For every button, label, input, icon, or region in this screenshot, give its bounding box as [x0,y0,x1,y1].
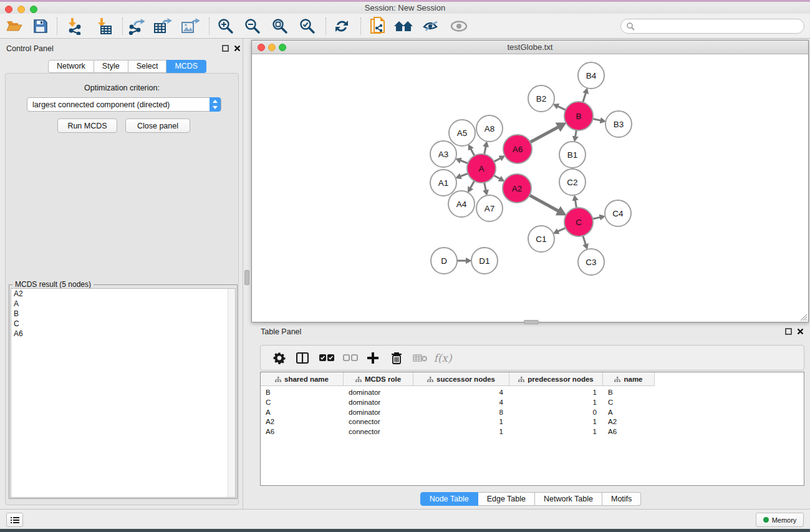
tab-edge-table[interactable]: Edge Table [478,492,535,506]
tab-network-table[interactable]: Network Table [535,492,602,506]
network-window-titlebar[interactable]: testGlobe.txt [252,41,808,54]
node-table[interactable]: shared nameMCDS rolesuccessor nodesprede… [260,372,804,486]
edge-C-C1[interactable] [557,228,566,231]
refresh-icon[interactable] [331,16,352,36]
edge-B-B4[interactable] [583,92,586,102]
edge-A-A2[interactable] [494,175,501,180]
horizontal-scrollbar-thumb[interactable] [524,320,539,324]
result-item[interactable]: A6 [11,329,235,339]
result-list-scrollbar[interactable] [228,289,235,497]
close-panel-button[interactable]: Close panel [125,118,190,133]
maximize-window-button[interactable] [30,6,37,13]
tab-network[interactable]: Network [48,60,94,73]
result-item[interactable]: C [11,319,235,329]
zoom-in-icon[interactable] [215,16,236,36]
search-input[interactable] [635,22,791,31]
mcds-result-list[interactable]: A2ABCA6 [11,288,236,498]
edge-A2-C[interactable] [529,195,561,212]
edge-C-C3[interactable] [583,236,586,246]
select-all-icon[interactable] [317,349,337,367]
destroy-table-icon[interactable] [410,349,430,367]
zoom-fit-icon[interactable] [269,16,291,36]
edge-A-A5[interactable] [470,148,475,156]
window-resize-grip[interactable] [799,312,808,321]
main-titlebar: Session: New Session [0,2,810,14]
export-network-icon[interactable] [125,16,147,36]
edge-A-A4[interactable] [470,181,475,189]
close-table-panel-icon[interactable] [796,327,804,336]
memory-button[interactable]: Memory [756,513,804,527]
column-header-predecessor-nodes[interactable]: predecessor nodes [509,372,603,386]
mcds-result-items: A2ABCA6 [11,289,235,339]
tab-node-table[interactable]: Node Table [420,492,478,506]
network-maximize-button[interactable] [279,44,286,51]
export-image-icon[interactable] [180,16,201,36]
zoom-selected-icon[interactable] [297,16,318,36]
network-document-icon[interactable] [368,16,389,36]
table-row[interactable]: A2connector11A2 [261,417,655,427]
tab-mcds[interactable]: MCDS [166,60,206,73]
zoom-out-icon[interactable] [242,16,263,36]
delete-column-icon[interactable] [387,349,407,367]
table-row[interactable]: Adominator80A [261,407,655,417]
column-header-MCDS-role[interactable]: MCDS role [344,372,413,386]
cell-name: B [603,387,655,397]
close-window-button[interactable] [5,6,12,13]
result-item[interactable]: A [11,299,235,309]
float-table-panel-icon[interactable] [784,327,793,336]
column-header-shared-name[interactable]: shared name [261,372,344,386]
toolbar-separator [122,17,123,35]
result-item[interactable]: A2 [11,289,235,299]
edge-A-A1[interactable] [459,173,468,177]
export-table-icon[interactable] [152,16,173,36]
run-mcds-button[interactable]: Run MCDS [57,118,117,133]
eye-icon[interactable] [448,16,470,36]
hide-graphics-icon[interactable] [420,16,441,36]
edge-A-A7[interactable] [485,183,486,192]
node-label-B: B [576,112,581,121]
session-title: Session: New Session [0,2,810,14]
import-table-icon[interactable] [94,16,115,36]
unselect-all-icon[interactable] [340,349,360,367]
home-icon[interactable] [393,16,414,36]
result-item[interactable]: B [11,309,235,319]
table-row[interactable]: A6connector11A6 [261,427,655,437]
import-network-icon[interactable] [64,16,85,36]
vertical-scrollbar-thumb[interactable] [244,270,249,285]
edge-A-A6[interactable] [494,158,501,162]
show-task-history-button[interactable] [6,513,23,527]
column-view-icon[interactable] [292,349,312,367]
cell-successor-nodes: 1 [413,427,509,437]
edge-A-A8[interactable] [485,145,486,154]
edge-A-A3[interactable] [459,160,468,163]
tab-select[interactable]: Select [128,60,167,73]
search-field[interactable] [620,19,804,34]
cell-name: A [603,407,655,417]
edge-C-C2[interactable] [575,199,576,208]
edge-B-B1[interactable] [575,130,576,138]
network-graph[interactable]: B4B2BB3A8A5A6A3B1AA1C2A2A4A7C4CC1C3DD1 [252,54,808,322]
minimize-window-button[interactable] [17,6,25,13]
tab-style[interactable]: Style [94,60,128,73]
edge-B-B3[interactable] [593,119,602,121]
float-panel-icon[interactable] [221,44,229,52]
function-builder-icon[interactable]: f(x) [433,349,453,367]
column-header-successor-nodes[interactable]: successor nodes [413,372,509,386]
network-close-button[interactable] [258,44,265,51]
table-row[interactable]: Bdominator41B [261,387,655,397]
close-panel-icon[interactable] [233,44,241,52]
column-header-name[interactable]: name [603,372,655,386]
cell-name: A2 [603,417,655,427]
edge-A6-B[interactable] [530,126,561,142]
criterion-select[interactable]: largest connected component (directed) [27,97,221,112]
tab-motifs[interactable]: Motifs [602,492,641,506]
network-canvas[interactable]: B4B2BB3A8A5A6A3B1AA1C2A2A4A7C4CC1C3DD1 [252,54,808,322]
open-session-icon[interactable] [4,16,25,36]
save-session-icon[interactable] [30,16,51,36]
edge-B-B2[interactable] [556,105,566,110]
table-row[interactable]: Cdominator41C [261,397,655,407]
gear-icon[interactable] [269,349,289,367]
network-minimize-button[interactable] [268,44,276,51]
add-column-icon[interactable] [363,349,383,367]
edge-C-C4[interactable] [592,217,601,219]
